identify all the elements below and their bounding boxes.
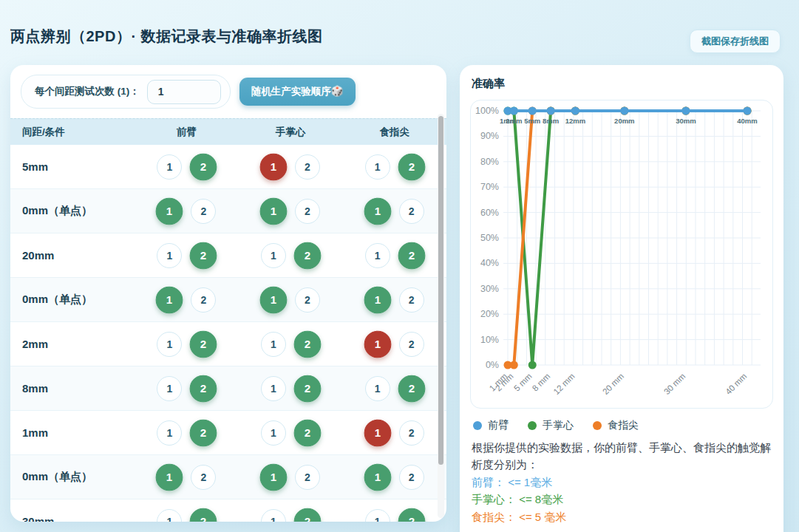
response-button-1[interactable]: 1	[157, 376, 182, 401]
randomize-order-button[interactable]: 随机生产实验顺序🎲	[239, 78, 356, 106]
row-distance-label: 5mm	[10, 160, 135, 173]
response-button-2[interactable]: 2	[294, 419, 322, 446]
chart-title: 准确率	[472, 77, 773, 91]
response-button-1[interactable]: 1	[156, 463, 183, 491]
response-button-2[interactable]: 2	[294, 242, 322, 269]
response-button-1[interactable]: 1	[364, 197, 391, 225]
resolution-result: 食指尖： <= 5 毫米	[472, 509, 772, 526]
y-tick-label: 10%	[480, 335, 499, 345]
trial-count-input[interactable]	[147, 80, 221, 104]
y-tick-label: 60%	[480, 208, 499, 218]
response-cell-forearm: 12	[135, 420, 239, 446]
response-button-2[interactable]: 2	[294, 508, 322, 522]
data-point	[528, 361, 537, 369]
header-palm: 手掌心	[239, 126, 343, 139]
response-button-1[interactable]: 1	[260, 463, 288, 491]
response-cell-fingertip: 12	[342, 509, 446, 522]
table-scrollbar-thumb[interactable]	[438, 116, 443, 465]
response-button-2[interactable]: 2	[399, 420, 424, 446]
response-button-1[interactable]: 1	[365, 154, 390, 180]
response-cell-palm: 12	[239, 420, 343, 446]
y-tick-label: 70%	[480, 182, 499, 192]
response-button-2[interactable]: 2	[295, 154, 320, 180]
response-button-2[interactable]: 2	[191, 287, 216, 313]
response-cell-fingertip: 12	[342, 376, 446, 401]
response-button-2[interactable]: 2	[398, 508, 425, 522]
table-header: 间距/条件 前臂 手掌心 食指尖	[10, 118, 446, 145]
table-scrollbar-track[interactable]	[438, 114, 444, 518]
response-button-2[interactable]: 2	[190, 419, 217, 446]
row-distance-label: 0mm（单点）	[10, 204, 135, 218]
response-cell-forearm: 12	[135, 287, 239, 313]
row-distance-label: 0mm（单点）	[10, 293, 135, 307]
resolution-result: 手掌心： <= 8毫米	[472, 491, 772, 508]
response-button-2[interactable]: 2	[190, 508, 217, 522]
response-button-1[interactable]: 1	[156, 197, 183, 225]
row-distance-label: 20mm	[10, 249, 135, 262]
response-button-2[interactable]: 2	[399, 465, 424, 490]
response-button-1[interactable]: 1	[157, 332, 182, 357]
legend-item-前臂[interactable]: 前臂	[473, 419, 509, 432]
response-button-1[interactable]: 1	[260, 153, 288, 180]
response-cell-palm: 12	[239, 465, 343, 490]
point-label: 20mm	[614, 117, 634, 125]
response-button-2[interactable]: 2	[294, 330, 322, 358]
data-point	[681, 107, 690, 115]
response-button-1[interactable]: 1	[157, 420, 182, 446]
response-button-1[interactable]: 1	[261, 243, 286, 268]
table-row: 0mm（单点）121212	[10, 278, 446, 322]
header-distance: 间距/条件	[10, 126, 135, 139]
response-button-1[interactable]: 1	[365, 509, 390, 522]
response-button-1[interactable]: 1	[156, 286, 183, 313]
data-point	[744, 107, 752, 115]
response-button-2[interactable]: 2	[399, 287, 424, 313]
response-button-1[interactable]: 1	[261, 332, 286, 357]
response-button-2[interactable]: 2	[190, 242, 217, 269]
response-button-1[interactable]: 1	[157, 509, 182, 522]
response-button-1[interactable]: 1	[260, 286, 288, 313]
response-button-2[interactable]: 2	[190, 330, 217, 358]
response-button-1[interactable]: 1	[261, 376, 286, 401]
response-button-2[interactable]: 2	[398, 242, 425, 269]
response-button-1[interactable]: 1	[365, 243, 390, 268]
table-row: 20mm121212	[10, 233, 446, 278]
response-button-2[interactable]: 2	[294, 375, 322, 402]
response-button-1[interactable]: 1	[157, 243, 182, 268]
data-point	[528, 107, 537, 115]
response-button-2[interactable]: 2	[190, 153, 217, 180]
header-forearm: 前臂	[135, 126, 239, 139]
response-button-1[interactable]: 1	[261, 509, 286, 522]
response-button-1[interactable]: 1	[364, 286, 391, 313]
response-button-2[interactable]: 2	[398, 153, 425, 180]
response-button-2[interactable]: 2	[295, 199, 320, 224]
chart-legend: 前臂手掌心食指尖	[473, 419, 772, 432]
response-button-2[interactable]: 2	[190, 375, 217, 402]
response-button-1[interactable]: 1	[157, 154, 182, 180]
response-button-2[interactable]: 2	[191, 199, 216, 224]
legend-dot	[593, 421, 602, 430]
y-tick-label: 80%	[480, 157, 499, 167]
response-button-1[interactable]: 1	[364, 463, 391, 491]
response-button-1[interactable]: 1	[261, 420, 286, 446]
response-button-1[interactable]: 1	[364, 419, 391, 446]
response-button-1[interactable]: 1	[260, 197, 288, 225]
row-distance-label: 0mm（单点）	[10, 470, 135, 484]
x-tick-label: 5 mm	[512, 372, 534, 393]
legend-item-食指尖[interactable]: 食指尖	[593, 419, 639, 432]
response-cell-forearm: 12	[135, 332, 239, 357]
trial-count-label: 每个间距测试次数 (1)：	[35, 85, 140, 98]
response-button-2[interactable]: 2	[295, 465, 320, 490]
legend-item-手掌心[interactable]: 手掌心	[528, 419, 574, 432]
response-button-2[interactable]: 2	[399, 199, 424, 224]
response-cell-forearm: 12	[135, 199, 239, 224]
response-button-2[interactable]: 2	[191, 465, 216, 490]
response-button-1[interactable]: 1	[365, 376, 390, 401]
response-button-2[interactable]: 2	[295, 287, 320, 313]
response-button-2[interactable]: 2	[398, 375, 425, 402]
response-button-2[interactable]: 2	[399, 332, 424, 357]
table-row: 5mm121212	[10, 145, 446, 189]
response-cell-forearm: 12	[135, 154, 239, 180]
save-chart-screenshot-button[interactable]: 截图保存折线图	[690, 30, 781, 53]
page-title: 两点辨别（2PD）· 数据记录表与准确率折线图	[10, 27, 323, 47]
response-button-1[interactable]: 1	[364, 330, 391, 358]
